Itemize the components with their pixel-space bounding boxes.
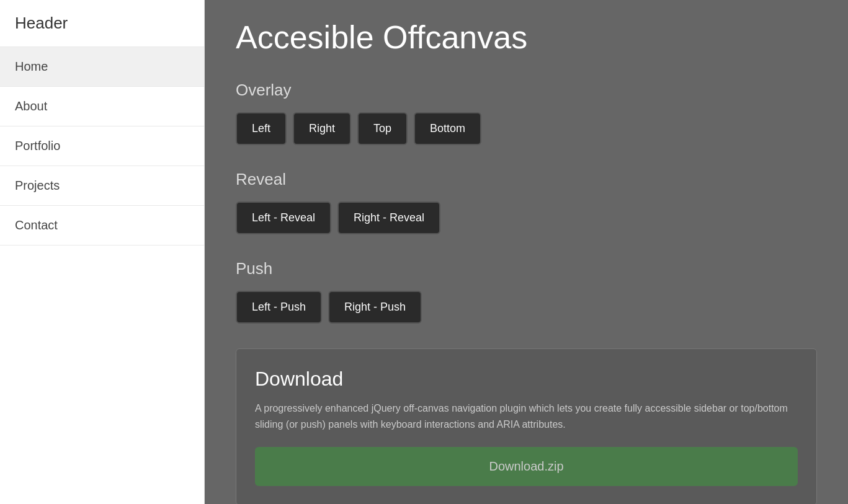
- push-left-button[interactable]: Left - Push: [236, 291, 322, 324]
- overlay-button-group: Left Right Top Bottom: [236, 112, 817, 145]
- overlay-right-button[interactable]: Right: [293, 112, 351, 145]
- overlay-top-button[interactable]: Top: [357, 112, 408, 145]
- overlay-section-title: Overlay: [236, 81, 817, 100]
- sidebar-item-portfolio[interactable]: Portfolio: [0, 126, 204, 166]
- reveal-section-title: Reveal: [236, 170, 817, 189]
- download-card: Download A progressively enhanced jQuery…: [236, 348, 817, 504]
- download-card-title: Download: [255, 368, 798, 391]
- sidebar-item-about[interactable]: About: [0, 87, 204, 126]
- overlay-left-button[interactable]: Left: [236, 112, 287, 145]
- reveal-section: Reveal Left - Reveal Right - Reveal: [236, 170, 817, 234]
- main-content: Accesible Offcanvas Overlay Left Right T…: [205, 0, 848, 504]
- reveal-right-button[interactable]: Right - Reveal: [337, 201, 440, 234]
- reveal-left-button[interactable]: Left - Reveal: [236, 201, 331, 234]
- sidebar-item-home[interactable]: Home: [0, 47, 204, 87]
- sidebar: Header Home About Portfolio Projects Con…: [0, 0, 205, 504]
- sidebar-item-contact[interactable]: Contact: [0, 206, 204, 245]
- sidebar-item-projects[interactable]: Projects: [0, 166, 204, 206]
- download-zip-button[interactable]: Download.zip: [255, 447, 798, 486]
- reveal-button-group: Left - Reveal Right - Reveal: [236, 201, 817, 234]
- overlay-section: Overlay Left Right Top Bottom: [236, 81, 817, 145]
- sidebar-header: Header: [0, 0, 204, 47]
- push-right-button[interactable]: Right - Push: [328, 291, 422, 324]
- page-title: Accesible Offcanvas: [236, 19, 817, 56]
- push-button-group: Left - Push Right - Push: [236, 291, 817, 324]
- download-card-description: A progressively enhanced jQuery off-canv…: [255, 400, 798, 432]
- overlay-bottom-button[interactable]: Bottom: [414, 112, 481, 145]
- push-section-title: Push: [236, 259, 817, 278]
- sidebar-nav: Home About Portfolio Projects Contact: [0, 47, 204, 245]
- push-section: Push Left - Push Right - Push: [236, 259, 817, 324]
